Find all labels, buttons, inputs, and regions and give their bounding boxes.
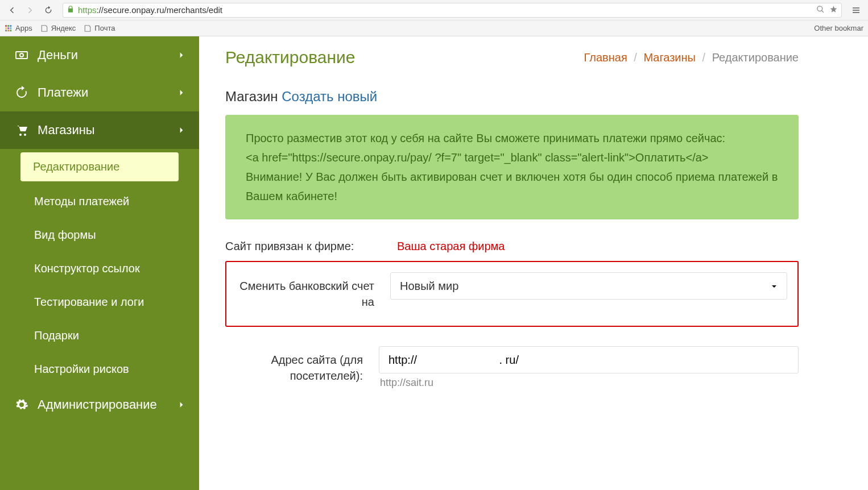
main-content: Редактирование Главная / Магазины / Реда… <box>199 36 825 490</box>
address-bar[interactable]: https://secure.onpay.ru/merchants/edit <box>63 3 842 18</box>
submenu-risk-settings[interactable]: Настройки рисков <box>0 352 199 386</box>
sidebar-submenu: Редактирование Методы платежей Вид формы… <box>0 152 199 386</box>
annotation-old-firm: Ваша старая фирма <box>397 240 505 252</box>
sidebar-label: Платежи <box>38 85 88 100</box>
shop-heading-text: Магазин <box>225 89 278 104</box>
bookmarks-bar: Apps Яндекс Почта Other bookmar <box>0 20 868 36</box>
address-actions <box>816 5 838 15</box>
svg-rect-7 <box>7 30 9 31</box>
svg-point-11 <box>19 134 22 136</box>
chevron-right-icon <box>177 85 185 100</box>
svg-rect-3 <box>5 27 7 29</box>
shop-heading: Магазин Создать новый <box>225 89 799 105</box>
alert-line1: Просто разместив этот код у себя на сайт… <box>246 128 778 148</box>
browser-toolbar: https://secure.onpay.ru/merchants/edit <box>0 0 868 20</box>
svg-rect-8 <box>10 30 11 31</box>
url-text: https://secure.onpay.ru/merchants/edit <box>78 5 222 15</box>
menu-button[interactable] <box>849 3 863 18</box>
breadcrumb: Главная / Магазины / Редактирование <box>584 51 799 64</box>
breadcrumb-sep: / <box>702 51 706 64</box>
chevron-right-icon <box>177 48 185 63</box>
svg-rect-4 <box>7 27 9 29</box>
sidebar-item-admin[interactable]: Администрирование <box>0 386 199 423</box>
svg-rect-5 <box>10 27 11 29</box>
page-header: Редактирование Главная / Магазины / Реда… <box>225 42 799 76</box>
forward-button[interactable] <box>23 3 38 18</box>
other-bookmarks[interactable]: Other bookmar <box>811 24 863 32</box>
app-root: Деньги Платежи Магазины Редактирование М… <box>0 36 868 490</box>
submenu-testing-logs[interactable]: Тестирование и логи <box>0 285 199 319</box>
svg-rect-2 <box>10 25 11 27</box>
chevron-right-icon <box>177 397 185 412</box>
submenu-edit[interactable]: Редактирование <box>20 152 179 181</box>
svg-rect-9 <box>16 52 27 59</box>
site-url-hint: http://sait.ru <box>379 377 799 389</box>
sidebar-label: Магазины <box>38 123 95 138</box>
money-icon <box>14 48 30 62</box>
change-account-row: Сменить банковский счет на Новый мир <box>237 272 787 310</box>
sidebar-item-payments[interactable]: Платежи <box>0 74 199 111</box>
card-main: Магазин Создать новый Просто разместив э… <box>225 89 799 389</box>
reload-button[interactable] <box>41 3 56 18</box>
lock-icon <box>67 5 75 15</box>
submenu-link-builder[interactable]: Конструктор ссылок <box>0 252 199 285</box>
alert-line2: Внимание! У Вас должен быть активирован … <box>246 167 778 206</box>
cart-icon <box>14 123 30 137</box>
svg-point-12 <box>24 134 26 136</box>
firm-label-row: Сайт привязан к фирме: Ваша старая фирма <box>225 240 799 253</box>
firm-label: Сайт привязан к фирме: <box>225 240 354 252</box>
change-account-label: Сменить банковский счет на <box>237 272 390 310</box>
submenu-payment-methods[interactable]: Методы платежей <box>0 185 199 218</box>
svg-rect-1 <box>7 25 9 27</box>
submenu-gifts[interactable]: Подарки <box>0 319 199 352</box>
highlight-box: Сменить банковский счет на Новый мир <box>225 261 799 327</box>
breadcrumb-home[interactable]: Главная <box>584 51 627 64</box>
breadcrumb-shops[interactable]: Магазины <box>643 51 696 64</box>
mail-bookmark[interactable]: Почта <box>84 24 115 32</box>
apps-bookmark[interactable]: Apps <box>5 24 32 32</box>
breadcrumb-sep: / <box>634 51 637 64</box>
caret-down-icon <box>771 280 778 293</box>
bookmark-label: Apps <box>15 24 32 32</box>
back-button[interactable] <box>5 3 19 18</box>
page-title: Редактирование <box>225 48 356 67</box>
sidebar-item-shops[interactable]: Магазины <box>0 111 199 149</box>
breadcrumb-current: Редактирование <box>712 51 799 64</box>
bookmark-label: Почта <box>94 24 115 32</box>
change-account-select[interactable]: Новый мир <box>390 272 787 300</box>
site-url-row: Адрес сайта (для посетителей): http://sa… <box>225 346 799 389</box>
sidebar: Деньги Платежи Магазины Редактирование М… <box>0 36 199 490</box>
select-value: Новый мир <box>400 280 458 293</box>
alert-code: <a href="https://secure.onpay.ru/pay/ ?f… <box>246 148 778 167</box>
submenu-form-view[interactable]: Вид формы <box>0 218 199 252</box>
site-url-label: Адрес сайта (для посетителей): <box>225 346 379 384</box>
svg-rect-0 <box>5 25 7 27</box>
create-new-link[interactable]: Создать новый <box>282 89 377 104</box>
history-icon <box>14 86 30 99</box>
bookmark-label: Other bookmar <box>814 24 863 32</box>
site-url-input[interactable] <box>379 346 799 373</box>
sidebar-label: Администрирование <box>38 397 157 412</box>
sidebar-item-money[interactable]: Деньги <box>0 36 199 74</box>
gear-icon <box>14 398 30 412</box>
star-icon[interactable] <box>829 5 838 15</box>
yandex-bookmark[interactable]: Яндекс <box>40 24 76 32</box>
bookmark-label: Яндекс <box>51 24 76 32</box>
chevron-right-icon <box>177 123 185 138</box>
svg-point-10 <box>20 53 23 57</box>
zoom-icon[interactable] <box>816 5 825 15</box>
svg-rect-6 <box>5 30 7 31</box>
form-area: Сайт привязан к фирме: Ваша старая фирма… <box>225 240 799 389</box>
sidebar-label: Деньги <box>38 48 78 63</box>
info-alert: Просто разместив этот код у себя на сайт… <box>225 115 799 219</box>
